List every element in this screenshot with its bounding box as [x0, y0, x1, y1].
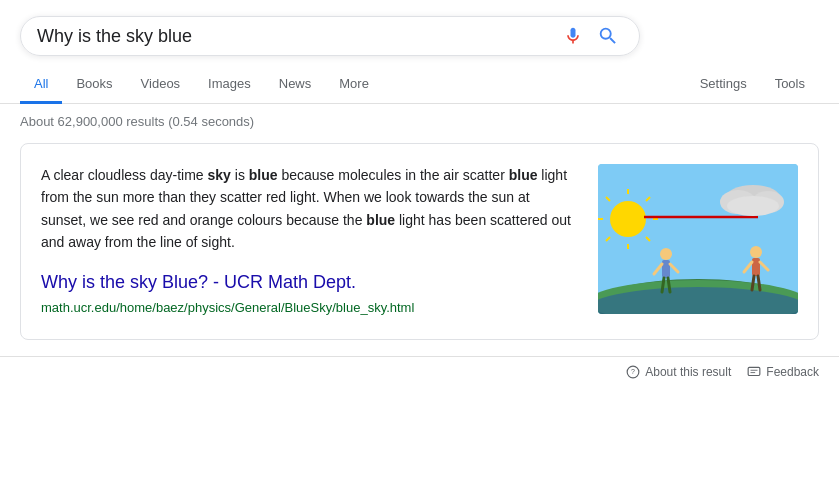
feedback-label: Feedback [766, 365, 819, 379]
svg-point-24 [750, 246, 762, 258]
svg-point-4 [610, 201, 646, 237]
svg-rect-25 [752, 258, 760, 276]
nav-tabs: All Books Videos Images News More Settin… [0, 56, 839, 104]
tab-images[interactable]: Images [194, 66, 265, 104]
snippet-text: A clear cloudless day-time sky is blue b… [41, 164, 578, 319]
tab-all[interactable]: All [20, 66, 62, 104]
search-button[interactable] [593, 25, 623, 47]
about-result-label: About this result [645, 365, 731, 379]
tab-settings[interactable]: Settings [686, 66, 761, 104]
result-url: math.ucr.edu/home/baez/physics/General/B… [41, 298, 578, 319]
svg-line-29 [758, 276, 760, 290]
svg-rect-19 [662, 260, 670, 278]
svg-point-18 [660, 248, 672, 260]
snippet-paragraph: A clear cloudless day-time sky is blue b… [41, 164, 578, 254]
tab-news[interactable]: News [265, 66, 326, 104]
search-bar [20, 16, 640, 56]
footer-bar: ? About this result Feedback [0, 356, 839, 387]
nav-right: Settings Tools [686, 66, 819, 103]
featured-snippet-card: A clear cloudless day-time sky is blue b… [20, 143, 819, 340]
tab-tools[interactable]: Tools [761, 66, 819, 104]
svg-text:?: ? [631, 368, 635, 375]
svg-point-17 [727, 196, 779, 216]
tab-books[interactable]: Books [62, 66, 126, 104]
mic-icon[interactable] [563, 26, 583, 46]
svg-line-28 [752, 276, 754, 290]
feedback-button[interactable]: Feedback [747, 365, 819, 379]
svg-rect-32 [748, 367, 760, 375]
svg-line-23 [668, 278, 670, 292]
result-count: About 62,900,000 results (0.54 seconds) [0, 104, 839, 139]
tab-more[interactable]: More [325, 66, 383, 104]
snippet-image [598, 164, 798, 314]
result-count-text: About 62,900,000 results (0.54 seconds) [20, 114, 254, 129]
tab-videos[interactable]: Videos [127, 66, 195, 104]
info-icon: ? [626, 365, 640, 379]
nav-left: All Books Videos Images News More [20, 66, 383, 103]
feedback-icon [747, 365, 761, 379]
result-link[interactable]: Why is the sky Blue? - UCR Math Dept. [41, 268, 578, 297]
svg-line-22 [662, 278, 664, 292]
header [0, 0, 839, 56]
search-input[interactable] [37, 26, 563, 47]
about-result[interactable]: ? About this result [626, 365, 731, 379]
